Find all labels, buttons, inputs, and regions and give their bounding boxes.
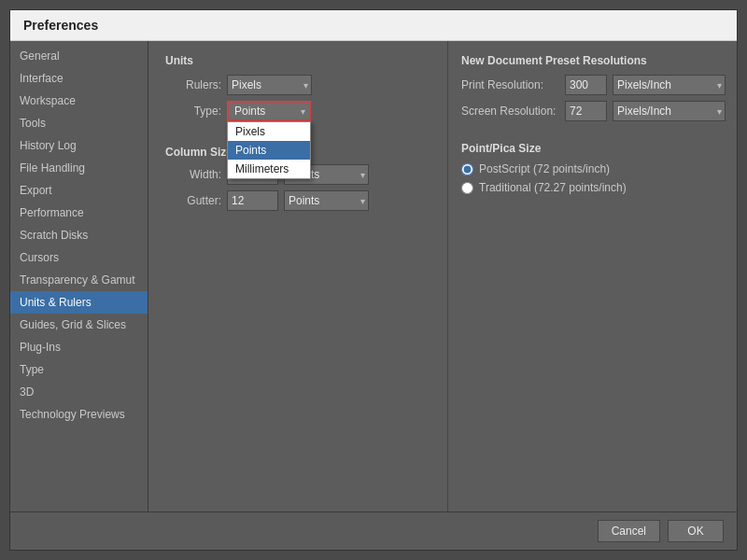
print-res-row: Print Resolution: Pixels/Inch Pixels/Cen… bbox=[461, 75, 724, 95]
sidebar-item-tools[interactable]: Tools bbox=[10, 112, 148, 134]
units-panel: Units Rulers: Pixels Inches Centimeters … bbox=[165, 54, 430, 127]
traditional-label: Traditional (72.27 points/inch) bbox=[479, 181, 627, 194]
sidebar-item-technology-previews[interactable]: Technology Previews bbox=[10, 403, 148, 426]
gutter-unit-wrapper: Points Pixels Inches Centimeters Millime… bbox=[284, 190, 369, 211]
sidebar-item-plug-ins[interactable]: Plug-Ins bbox=[10, 336, 148, 358]
sidebar-item-transparency-gamut[interactable]: Transparency & Gamut bbox=[10, 269, 148, 291]
screen-res-input[interactable] bbox=[565, 101, 607, 121]
type-dropdown-trigger[interactable]: Points bbox=[227, 101, 311, 121]
sidebar-item-type[interactable]: Type bbox=[10, 358, 148, 381]
print-res-unit-select[interactable]: Pixels/Inch Pixels/Centimeter bbox=[613, 75, 726, 95]
sidebar-item-scratch-disks[interactable]: Scratch Disks bbox=[10, 224, 148, 246]
print-res-input[interactable] bbox=[565, 75, 607, 95]
sidebar-item-units-rulers[interactable]: Units & Rulers bbox=[10, 291, 148, 314]
right-panel: New Document Preset Resolutions Print Re… bbox=[447, 41, 737, 511]
new-doc-preset-panel: New Document Preset Resolutions Print Re… bbox=[461, 54, 724, 127]
print-res-unit-wrapper: Pixels/Inch Pixels/Centimeter bbox=[613, 75, 726, 95]
type-selected-value: Points bbox=[234, 105, 265, 118]
sidebar-item-guides-grid-slices[interactable]: Guides, Grid & Slices bbox=[10, 314, 148, 336]
sidebar-item-performance[interactable]: Performance bbox=[10, 202, 148, 224]
gutter-unit-select[interactable]: Points Pixels Inches Centimeters Millime… bbox=[284, 190, 369, 211]
postscript-radio[interactable] bbox=[461, 163, 473, 175]
sidebar-item-cursors[interactable]: Cursors bbox=[10, 246, 148, 269]
type-row: Type: Points Pixels Points Millimeters bbox=[165, 101, 430, 121]
type-option-points[interactable]: Points bbox=[228, 141, 310, 160]
screen-res-label: Screen Resolution: bbox=[461, 105, 559, 118]
ok-button[interactable]: OK bbox=[668, 520, 724, 542]
gutter-row: Gutter: Points Pixels Inches Centimeters… bbox=[165, 190, 430, 211]
postscript-radio-row: PostScript (72 points/inch) bbox=[461, 162, 724, 175]
sidebar-item-interface[interactable]: Interface bbox=[10, 67, 148, 90]
traditional-radio[interactable] bbox=[461, 182, 473, 194]
gutter-input[interactable] bbox=[227, 190, 278, 211]
print-res-label: Print Resolution: bbox=[461, 78, 559, 91]
screen-res-unit-wrapper: Pixels/Inch Pixels/Centimeter bbox=[613, 101, 726, 121]
traditional-radio-row: Traditional (72.27 points/inch) bbox=[461, 181, 724, 194]
units-title: Units bbox=[165, 54, 430, 67]
new-doc-preset-title: New Document Preset Resolutions bbox=[461, 54, 724, 67]
type-option-millimeters[interactable]: Millimeters bbox=[228, 160, 310, 178]
width-label: Width: bbox=[165, 168, 221, 181]
point-pica-title: Point/Pica Size bbox=[461, 142, 724, 155]
sidebar-item-file-handling[interactable]: File Handling bbox=[10, 157, 148, 179]
type-dropdown-menu: Pixels Points Millimeters bbox=[227, 121, 311, 179]
gutter-label: Gutter: bbox=[165, 194, 221, 207]
cancel-button[interactable]: Cancel bbox=[598, 520, 660, 542]
rulers-label: Rulers: bbox=[165, 78, 221, 91]
type-dropdown-wrapper: Points Pixels Points Millimeters bbox=[227, 101, 311, 121]
sidebar-item-history-log[interactable]: History Log bbox=[10, 134, 148, 157]
sidebar-item-3d[interactable]: 3D bbox=[10, 381, 148, 403]
dialog-title: Preferences bbox=[10, 10, 737, 41]
type-option-pixels[interactable]: Pixels bbox=[228, 122, 310, 141]
rulers-select-wrapper: Pixels Inches Centimeters Millimeters Po… bbox=[227, 75, 312, 95]
preferences-dialog: Preferences General Interface Workspace … bbox=[9, 9, 738, 551]
point-pica-panel: Point/Pica Size PostScript (72 points/in… bbox=[461, 142, 724, 200]
type-label: Type: bbox=[165, 105, 221, 118]
dialog-footer: Cancel OK bbox=[10, 511, 737, 550]
rulers-row: Rulers: Pixels Inches Centimeters Millim… bbox=[165, 75, 430, 95]
sidebar: General Interface Workspace Tools Histor… bbox=[10, 41, 148, 511]
screen-res-unit-select[interactable]: Pixels/Inch Pixels/Centimeter bbox=[613, 101, 726, 121]
rulers-select[interactable]: Pixels Inches Centimeters Millimeters Po… bbox=[227, 75, 312, 95]
sidebar-item-general[interactable]: General bbox=[10, 45, 148, 67]
screen-res-row: Screen Resolution: Pixels/Inch Pixels/Ce… bbox=[461, 101, 724, 121]
sidebar-item-workspace[interactable]: Workspace bbox=[10, 90, 148, 112]
main-area: Units Rulers: Pixels Inches Centimeters … bbox=[148, 41, 737, 511]
sidebar-item-export[interactable]: Export bbox=[10, 179, 148, 202]
main-content: Units Rulers: Pixels Inches Centimeters … bbox=[148, 41, 447, 511]
dialog-body: General Interface Workspace Tools Histor… bbox=[10, 41, 737, 511]
postscript-label: PostScript (72 points/inch) bbox=[479, 162, 610, 175]
